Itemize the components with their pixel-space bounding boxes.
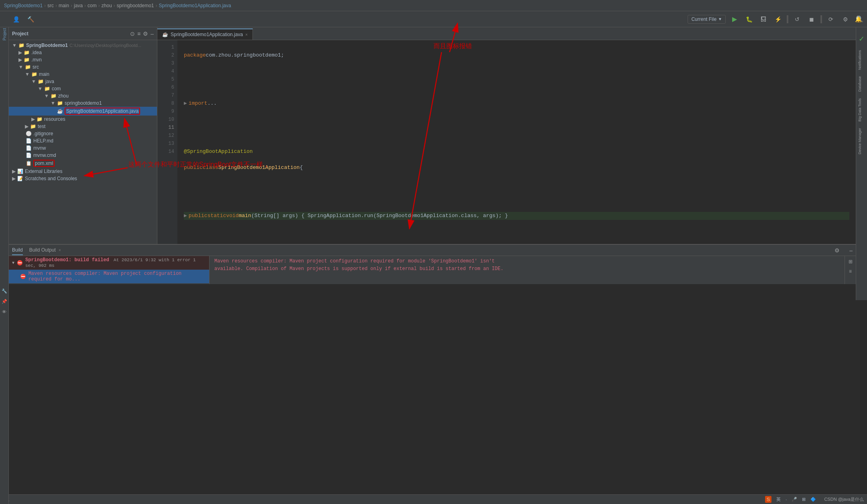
tree-springbootdemo1-item[interactable]: ▼ 📁 springbootdemo1 <box>9 100 157 107</box>
ime-status-english[interactable]: 英 <box>776 496 781 502</box>
tree-application-java-item[interactable]: ☕ SpringBootdemo1Application.java <box>9 107 157 116</box>
top-toolbar: 👤 🔨 Current File ▼ ▶ 🐛 ⛾ ⚡ ↺ ◼ ⟳ ⋮ 🔍 ⚙ 🔔 <box>0 11 867 27</box>
collapse-arrow-icon: ▼ <box>12 43 17 48</box>
tree-java-item[interactable]: ▼ 📁 java <box>9 78 157 85</box>
code-editor[interactable]: package com.zhou.springbootdemo1; ▶impor… <box>177 40 856 244</box>
tree-src-item[interactable]: ▼ 📁 src <box>9 63 157 71</box>
run-config-label: Current File <box>691 16 716 22</box>
code-line-11: ▶public static void main(String[] args) … <box>184 212 849 220</box>
breadcrumb-main[interactable]: main <box>59 3 69 8</box>
user-icon-btn[interactable]: 👤 <box>10 13 22 26</box>
tree-mvnw-item[interactable]: 📄 mvnw <box>9 144 157 152</box>
tree-mvnwcmd-item[interactable]: 📄 mvnw.cmd <box>9 152 157 159</box>
build-icon-btn[interactable]: 🔨 <box>24 13 37 26</box>
wrench-icon[interactable]: 🔧 <box>1 287 8 295</box>
project-header-icons: ⊙ ≡ ⚙ – <box>130 30 154 37</box>
project-tool-button[interactable]: Project <box>1 30 8 38</box>
build-wrap-icon[interactable]: ≡ <box>847 267 855 275</box>
update-button[interactable]: ⟳ <box>824 13 837 26</box>
mvn-folder-icon: 📁 <box>24 57 30 63</box>
breadcrumb-project[interactable]: SpringBootdemo1 <box>4 3 43 8</box>
build-detail-line1: Maven resources compiler: Maven project … <box>214 258 840 265</box>
build-panel-tabs: Build Build Output × ⚙ – <box>9 245 856 256</box>
com-label: com <box>52 86 61 91</box>
device-manager-panel-button[interactable]: Device Manager <box>857 126 867 157</box>
tree-idea-item[interactable]: ▶ 📁 .idea <box>9 49 157 56</box>
editor-content-area[interactable]: 1 2 3 4 5 6 7 8 9 10 11 12 13 14 package… <box>157 40 856 244</box>
breadcrumb-com[interactable]: com <box>88 3 97 8</box>
breadcrumb-bar: SpringBootdemo1 › src › main › java › co… <box>0 0 867 11</box>
breadcrumb-springbootdemo1[interactable]: springbootdemo1 <box>117 3 154 8</box>
tree-scratches-item[interactable]: ▶ 📝 Scratches and Consoles <box>9 175 157 182</box>
build-tab[interactable]: Build <box>12 246 23 255</box>
minimize-icon[interactable]: – <box>151 30 154 37</box>
breadcrumb-zhou[interactable]: zhou <box>102 3 112 8</box>
eye-icon[interactable]: 👁 <box>1 308 8 315</box>
idea-collapse-icon: ▶ <box>18 50 22 55</box>
status-bar: 1:1 S 英 · 🎤 ⊞ 🔷 CSDN @java是什么 <box>0 494 867 504</box>
src-folder-icon: 📁 <box>25 64 31 70</box>
coverage-button[interactable]: ⛾ <box>757 13 770 26</box>
build-settings-icon[interactable]: ⚙ <box>834 247 840 254</box>
ext-lib-icon: 📊 <box>17 169 23 174</box>
build-error-icon: ⛔ <box>17 260 23 266</box>
tree-mvn-item[interactable]: ▶ 📁 .mvn <box>9 56 157 63</box>
collapse-icon[interactable]: ≡ <box>137 30 140 37</box>
root-label: SpringBootdemo1 <box>26 43 68 48</box>
breadcrumb-src[interactable]: src <box>47 3 54 8</box>
build-output-tab[interactable]: Build Output × <box>29 246 61 255</box>
big-data-tools-panel-button[interactable]: Big Data Tools <box>857 96 867 124</box>
notifications-icon-btn[interactable]: 🔔 <box>853 14 864 25</box>
tree-main-item[interactable]: ▼ 📁 main <box>9 71 157 78</box>
notifications-panel-button[interactable]: Notifications <box>857 48 867 72</box>
ime-status-mic[interactable]: 🎤 <box>792 497 797 502</box>
pin-icon[interactable]: 📌 <box>1 298 8 305</box>
csdn-watermark: CSDN @java是什么 <box>824 496 864 502</box>
gear-icon[interactable]: ⚙ <box>143 30 148 37</box>
tree-external-libraries-item[interactable]: ▶ 📊 External Libraries <box>9 168 157 175</box>
java-folder-icon: 📁 <box>38 79 44 84</box>
breadcrumb-file[interactable]: SpringBootdemo1Application.java <box>159 3 231 8</box>
zhou-collapse-icon: ▼ <box>44 93 49 99</box>
external-libraries-label: External Libraries <box>25 169 62 174</box>
settings-icon-btn[interactable]: ⚙ <box>840 14 851 25</box>
tree-test-item[interactable]: ▶ 📁 test <box>9 123 157 130</box>
stop-button[interactable]: ◼ <box>805 13 818 26</box>
breadcrumb-sep7: › <box>156 3 157 8</box>
ime-status-blue-icon[interactable]: 🔷 <box>810 497 816 502</box>
breadcrumb-java[interactable]: java <box>74 3 83 8</box>
ime-status-punct[interactable]: · <box>786 497 787 502</box>
tree-gitignore-item[interactable]: ⚪ .gitignore <box>9 130 157 137</box>
sougou-icon[interactable]: S <box>765 496 772 503</box>
tree-pomxml-item[interactable]: 📋 pom.xml <box>9 159 157 168</box>
build-sub-error-item[interactable]: ⛔ Maven resources compiler: Maven projec… <box>9 270 209 283</box>
run-config-dropdown[interactable]: Current File ▼ <box>688 15 726 24</box>
database-panel-button[interactable]: Database <box>857 74 867 94</box>
build-output-tab-close[interactable]: × <box>59 248 61 252</box>
tree-resources-item[interactable]: ▶ 📁 resources <box>9 116 157 123</box>
tree-zhou-item[interactable]: ▼ 📁 zhou <box>9 92 157 100</box>
tab-close-button[interactable]: × <box>245 33 248 37</box>
code-line-10 <box>184 196 849 204</box>
idea-folder-icon: 📁 <box>24 50 30 55</box>
tree-helpmd-item[interactable]: 📄 HELP.md <box>9 137 157 144</box>
breadcrumb-sep5: › <box>98 3 100 8</box>
ime-status-grid[interactable]: ⊞ <box>802 497 806 502</box>
editor-tab-application[interactable]: ☕ SpringBootdemo1Application.java × <box>157 28 253 40</box>
tree-com-item[interactable]: ▼ 📁 com <box>9 85 157 92</box>
rerun-button[interactable]: ↺ <box>791 13 804 26</box>
java-file-icon: ☕ <box>57 108 63 114</box>
mvnwcmd-label: mvnw.cmd <box>33 152 56 158</box>
debug-button[interactable]: 🐛 <box>743 13 755 26</box>
tree-root-item[interactable]: ▼ 📁 SpringBootdemo1 C:\Users\zqy\Desktop… <box>9 42 157 49</box>
notifications-check-icon[interactable]: ✓ <box>857 32 867 46</box>
profile-button[interactable]: ⚡ <box>771 13 784 26</box>
com-folder-icon: 📁 <box>44 86 50 91</box>
project-panel-title: Project <box>12 31 127 37</box>
build-filter-icon[interactable]: ⊞ <box>847 258 855 266</box>
code-line-5 <box>184 116 849 124</box>
build-minimize-icon[interactable]: – <box>849 247 853 254</box>
build-main-error-item[interactable]: ▼ ⛔ SpringBootdemo1: build failed At 202… <box>9 256 209 270</box>
sync-icon[interactable]: ⊙ <box>130 30 135 37</box>
run-button[interactable]: ▶ <box>728 13 741 26</box>
